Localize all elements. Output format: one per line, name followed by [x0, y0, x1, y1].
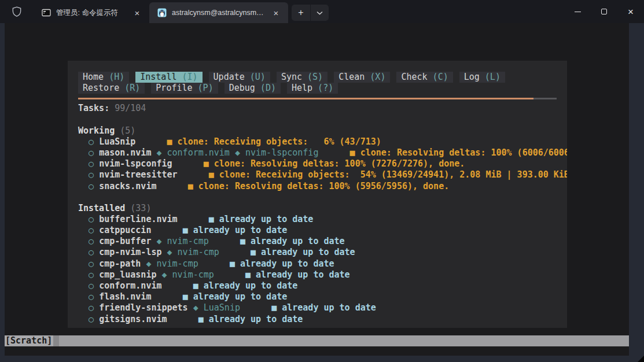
circle-bullet-icon: ○ — [78, 214, 99, 224]
circle-bullet-icon: ○ — [78, 269, 99, 280]
cmd-prompt-icon — [42, 8, 51, 17]
menu-button-home[interactable]: Home (H) — [78, 72, 129, 83]
plugin-name: LuaSnip — [99, 136, 135, 147]
tab-close-icon[interactable]: × — [270, 6, 282, 19]
plugin-name: friendly-snippets — [99, 302, 188, 313]
plugin-sections: Working (5) ○ LuaSnip ■ clone: Receiving… — [78, 125, 567, 325]
menu-button-label: Sync — [281, 72, 302, 82]
section-working: Working (5) ○ LuaSnip ■ clone: Receiving… — [78, 125, 567, 192]
plugin-name: snacks.nvim — [99, 181, 156, 191]
tasks-value: 99/104 — [115, 103, 146, 113]
square-bullet-icon: ■ — [230, 258, 240, 269]
plugin-row[interactable]: ○ flash.nvim ■ already up to date — [78, 291, 567, 302]
square-bullet-icon: ■ — [188, 181, 198, 191]
menu-button-log[interactable]: Log (L) — [459, 72, 505, 83]
circle-bullet-icon: ○ — [78, 236, 99, 246]
menu-button-key: (D) — [255, 83, 276, 93]
tab-cmd-prompt[interactable]: 管理员: 命令提示符 × — [34, 2, 149, 23]
new-tab-button[interactable]: + — [292, 5, 310, 21]
tasks-counter: Tasks: 99/104 — [78, 103, 567, 114]
plugin-row[interactable]: ○ mason.nvim ◆ conform.nvim ◆ nvim-lspco… — [78, 147, 567, 158]
tab-dropdown-button[interactable] — [310, 5, 329, 21]
plugin-name: nvim-treesitter — [99, 169, 177, 180]
maximize-button[interactable] — [591, 0, 617, 23]
progress-bar-fill — [78, 98, 533, 99]
terminal-screen[interactable]: Home (H)Install (I)Update (U)Sync (S)Cle… — [5, 23, 629, 356]
menu-button-debug[interactable]: Debug (D) — [225, 83, 281, 94]
progress-bar — [78, 98, 557, 99]
menu-button-key: (?) — [312, 83, 333, 93]
plugin-row[interactable]: ○ LuaSnip ■ clone: Receiving objects: 6%… — [78, 136, 567, 147]
plugin-row[interactable]: ○ cmp-nvim-lsp ◆ nvim-cmp ■ already up t… — [78, 247, 567, 258]
square-bullet-icon: ■ — [251, 247, 261, 257]
plugin-name: conform.nvim — [99, 280, 161, 291]
menu-button-label: Install — [140, 72, 176, 82]
section-header: Installed (33) — [78, 203, 567, 214]
plugin-row[interactable]: ○ gitsigns.nvim ■ already up to date — [78, 314, 567, 325]
menu-button-sync[interactable]: Sync (S) — [277, 72, 327, 83]
menu-button-label: Update — [214, 72, 245, 82]
plugin-row[interactable]: ○ nvim-treesitter ■ clone: Receiving obj… — [78, 169, 567, 180]
plugin-row[interactable]: ○ bufferline.nvim ■ already up to date — [78, 214, 567, 225]
section-count: (33) — [125, 203, 151, 213]
circle-bullet-icon: ○ — [78, 136, 99, 147]
circle-bullet-icon: ○ — [78, 158, 99, 169]
square-bullet-icon: ■ — [209, 169, 219, 180]
plugin-status-text: already up to date — [193, 225, 288, 235]
plugin-row[interactable]: ○ nvim-lspconfig ■ clone: Resolving delt… — [78, 158, 567, 169]
menu-button-label: Check — [401, 72, 427, 82]
titlebar: 管理员: 命令提示符 × astralcynsm@astralcynsm: ~ … — [0, 0, 644, 23]
section-count: (5) — [115, 125, 135, 136]
square-bullet-icon: ■ — [240, 236, 251, 246]
circle-bullet-icon: ○ — [78, 225, 99, 235]
status-gap — [209, 236, 240, 246]
plugin-row[interactable]: ○ cmp-buffer ◆ nvim-cmp ■ already up to … — [78, 236, 567, 247]
plugin-row[interactable]: ○ catppuccin ■ already up to date — [78, 225, 567, 236]
menu-button-clean[interactable]: Clean (X) — [334, 72, 390, 83]
plugin-status-text: already up to date — [219, 214, 314, 224]
menu-button-help[interactable]: Help (?) — [287, 83, 338, 94]
menu-button-restore[interactable]: Restore (R) — [78, 83, 145, 94]
circle-bullet-icon: ○ — [78, 147, 99, 158]
menu-button-update[interactable]: Update (U) — [209, 72, 270, 83]
section-title: Installed — [78, 203, 125, 213]
plugin-row[interactable]: ○ cmp-path ◆ nvim-cmp ■ already up to da… — [78, 258, 567, 269]
close-button[interactable]: × — [617, 0, 644, 23]
menu-button-install[interactable]: Install (I) — [135, 72, 202, 83]
penguin-icon — [157, 8, 167, 17]
section-installed: Installed (33) ○ bufferline.nvim ■ alrea… — [78, 203, 567, 325]
plugin-row[interactable]: ○ cmp_luasnip ◆ nvim-cmp ■ already up to… — [78, 269, 567, 280]
tasks-label: Tasks: — [78, 103, 109, 113]
menu-button-profile[interactable]: Profile (P) — [151, 83, 218, 94]
status-gap — [156, 181, 187, 191]
plugin-row[interactable]: ○ conform.nvim ■ already up to date — [78, 280, 567, 291]
circle-bullet-icon: ○ — [78, 181, 99, 191]
menu-button-label: Debug — [229, 83, 255, 93]
menu-button-label: Profile — [156, 83, 192, 93]
tab-close-icon[interactable]: × — [131, 6, 143, 19]
minimize-icon — [575, 12, 581, 12]
square-bullet-icon: ■ — [271, 302, 282, 313]
plugin-name: catppuccin — [99, 225, 151, 235]
plugin-status-text: already up to date — [193, 291, 288, 302]
plugin-name: mason.nvim — [99, 147, 151, 158]
square-bullet-icon: ■ — [204, 158, 214, 169]
menu-button-key: (C) — [428, 72, 448, 82]
square-bullet-icon: ■ — [245, 269, 256, 280]
minimize-button[interactable] — [564, 0, 591, 23]
tab-wsl-active[interactable]: astralcynsm@astralcynsm: ~ × — [149, 2, 288, 23]
square-bullet-icon: ■ — [193, 280, 204, 291]
circle-bullet-icon: ○ — [78, 314, 99, 324]
square-bullet-icon: ■ — [183, 291, 193, 302]
plugin-deps: ◆ nvim-cmp — [162, 247, 219, 257]
plugin-row[interactable]: ○ friendly-snippets ◆ LuaSnip ■ already … — [78, 302, 567, 313]
resize-grip[interactable] — [638, 356, 644, 362]
plugin-row[interactable]: ○ snacks.nvim ■ clone: Resolving deltas:… — [78, 181, 567, 192]
nvim-statusline: [Scratch] — [5, 335, 629, 346]
circle-bullet-icon: ○ — [78, 291, 99, 302]
menu-button-check[interactable]: Check (C) — [396, 72, 452, 83]
square-bullet-icon: ■ — [167, 136, 178, 147]
menu-button-key: (I) — [176, 72, 197, 82]
plugin-status-text: already up to date — [251, 236, 345, 246]
status-gap — [151, 225, 182, 235]
